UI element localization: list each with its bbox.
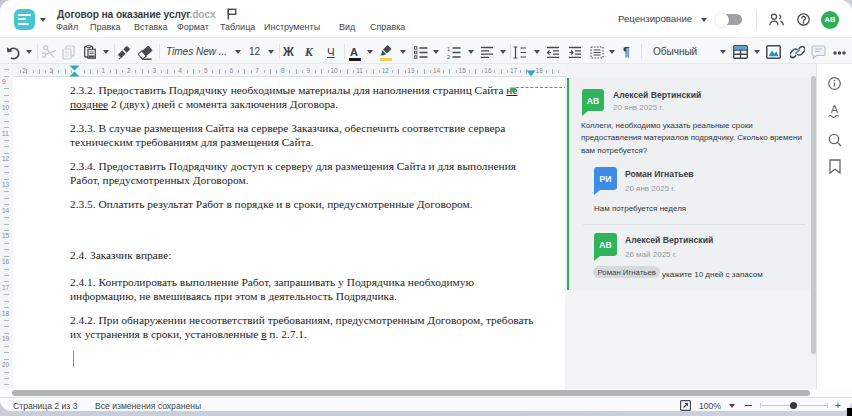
svg-text:АВ: АВ [587,96,599,106]
svg-text:АВ: АВ [599,240,611,250]
svg-text:РИ: РИ [600,174,612,184]
svg-text:1: 1 [447,46,450,52]
svg-text:А: А [831,103,839,115]
svg-text:2: 2 [447,54,450,60]
